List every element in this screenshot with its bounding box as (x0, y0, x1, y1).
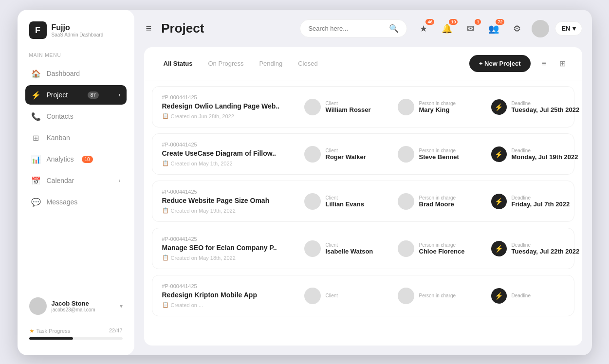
sidebar-item-label: Kanban (47, 134, 70, 142)
person-avatar (398, 99, 414, 115)
deadline-date: Tuesday, Jul 22th 2022 (512, 248, 580, 255)
filter-bar: All Status On Progress Pending Closed + … (144, 47, 582, 80)
language-button[interactable]: EN ▾ (555, 21, 582, 36)
person-name: Steve Bennet (419, 153, 459, 161)
star-icon: ★ (29, 328, 35, 334)
sidebar-item-messages[interactable]: 💬 Messages (25, 192, 127, 212)
client-avatar (304, 99, 321, 115)
lang-chevron-icon: ▾ (572, 25, 576, 32)
deadline-icon: ⚡ (491, 146, 507, 162)
person-in-charge-section: Person in charge Chloe Florence (398, 240, 476, 257)
client-name: Roger Walker (326, 153, 366, 161)
project-date-text: Created on May 18th, 2022 (171, 255, 236, 261)
settings-button[interactable]: ⚙ (508, 20, 526, 37)
mail-button[interactable]: ✉ 1 (461, 20, 479, 37)
project-id: #P-000441425 (162, 142, 289, 147)
list-view-button[interactable]: ≡ (536, 56, 552, 72)
filter-tab-closed[interactable]: Closed (290, 56, 325, 71)
project-date-text: Created on May 19th, 2022 (171, 208, 236, 214)
project-id: #P-000441425 (162, 236, 289, 242)
sidebar: F Fujjo SaaS Admin Dashboard Main Menu 🏠… (18, 10, 134, 355)
client-avatar (304, 288, 321, 304)
search-bar: 🔍 (300, 19, 407, 37)
project-date: 📋 Created on ... (162, 302, 289, 308)
client-info: Client William Rosser (326, 101, 371, 113)
user-name: Jacob Stone (52, 300, 95, 307)
sidebar-item-label: Analytics (47, 155, 74, 163)
menu-toggle-button[interactable]: ≡ (144, 21, 154, 36)
filter-tab-pending[interactable]: Pending (251, 56, 290, 71)
person-in-charge-section: Person in charge Mary King (398, 99, 476, 115)
deadline-label: Deadline (512, 195, 570, 200)
project-date: 📋 Created on May 1th, 2022 (162, 160, 289, 166)
grid-view-button[interactable]: ⊞ (555, 56, 571, 72)
bell-button[interactable]: 🔔 10 (438, 20, 456, 37)
deadline-date: Monday, Jul 19th 2022 (512, 153, 578, 161)
person-avatar (398, 288, 414, 304)
person-info: Person in charge Steve Bennet (419, 148, 459, 161)
calendar-icon: 📋 (162, 207, 169, 214)
project-chevron-icon: › (118, 91, 120, 98)
task-progress-label: ★ Task Progress (29, 328, 71, 334)
project-badge: 87 (88, 91, 99, 99)
project-info: #P-000441425 Redesign Kripton Mobile App… (162, 283, 289, 308)
sidebar-item-contacts[interactable]: 📞 Contacts (25, 107, 127, 126)
search-input[interactable] (308, 25, 385, 32)
person-info: Person in charge Mary King (419, 101, 456, 113)
view-toggle-buttons: ≡ ⊞ (536, 56, 571, 72)
star-icon: ★ (420, 23, 427, 34)
client-name: Isabelle Watson (326, 248, 373, 255)
project-info: #P-000441425 Manage SEO for Eclan Compan… (162, 236, 289, 261)
search-icon[interactable]: 🔍 (389, 24, 399, 33)
sidebar-item-kanban[interactable]: ⊞ Kanban (25, 128, 127, 147)
sidebar-item-dashboard[interactable]: 🏠 Dashboard (25, 64, 127, 83)
client-name: William Rosser (326, 106, 371, 113)
new-project-button[interactable]: + New Project (469, 55, 531, 72)
calendar-icon: 📋 (162, 255, 169, 261)
kanban-icon: ⊞ (31, 133, 41, 143)
deadline-icon: ⚡ (491, 99, 507, 115)
calendar-icon: 📅 (31, 176, 41, 185)
deadline-section: ⚡ Deadline Tuesday, Jul 25th 2022 (491, 99, 582, 115)
analytics-badge: 10 (82, 156, 93, 163)
users-button[interactable]: 👥 72 (485, 20, 502, 37)
project-card: #P-000441425 Reduce Website Page Size Om… (152, 181, 574, 222)
progress-bar (29, 337, 123, 340)
project-date: 📋 Created on May 19th, 2022 (162, 207, 289, 214)
logo-icon: F (29, 21, 47, 39)
filter-tab-all[interactable]: All Status (156, 56, 201, 71)
project-date: 📋 Created on May 18th, 2022 (162, 255, 289, 261)
filter-tab-on-progress[interactable]: On Progress (200, 56, 251, 71)
topbar-user-avatar[interactable] (532, 20, 549, 37)
star-button[interactable]: ★ 46 (415, 20, 432, 37)
sidebar-item-analytics[interactable]: 📊 Analytics 10 (25, 149, 127, 169)
users-icon: 👥 (488, 23, 499, 34)
client-label: Client (326, 101, 371, 106)
client-section: Client Isabelle Watson (304, 240, 382, 257)
project-card: #P-000441425 Create UseCase Diagram of F… (152, 133, 574, 175)
project-date-text: Created on ... (171, 302, 203, 308)
logo-text: Fujjo SaaS Admin Dashboard (52, 23, 104, 37)
deadline-info: Deadline Monday, Jul 19th 2022 (512, 148, 578, 161)
bell-icon: 🔔 (442, 23, 452, 34)
user-area[interactable]: Jacob Stone jacobs23@mail.com ▾ (25, 292, 127, 320)
sidebar-bottom: Jacob Stone jacobs23@mail.com ▾ ★ Task P… (25, 292, 127, 344)
deadline-icon: ⚡ (491, 241, 507, 256)
mail-icon: ✉ (467, 23, 474, 34)
deadline-section: ⚡ Deadline Monday, Jul 19th 2022 (491, 146, 582, 162)
sidebar-item-project[interactable]: ⚡ Project 87 › (25, 85, 127, 105)
analytics-icon: 📊 (31, 154, 41, 164)
sidebar-item-label: Dashboard (47, 70, 80, 77)
project-name: Create UseCase Diagram of Fillow.. (162, 149, 289, 157)
project-info: #P-000441425 Create UseCase Diagram of F… (162, 142, 289, 166)
client-label: Client (326, 242, 373, 248)
person-in-charge-section: Person in charge Steve Bennet (398, 146, 476, 163)
sidebar-item-calendar[interactable]: 📅 Calendar › (25, 171, 127, 190)
deadline-info: Deadline (512, 293, 531, 298)
client-avatar (304, 240, 321, 257)
calendar-icon: 📋 (162, 113, 169, 119)
logo-area: F Fujjo SaaS Admin Dashboard (25, 21, 127, 39)
client-section: Client (304, 288, 382, 304)
client-label: Client (326, 195, 364, 200)
users-badge: 72 (496, 19, 504, 25)
